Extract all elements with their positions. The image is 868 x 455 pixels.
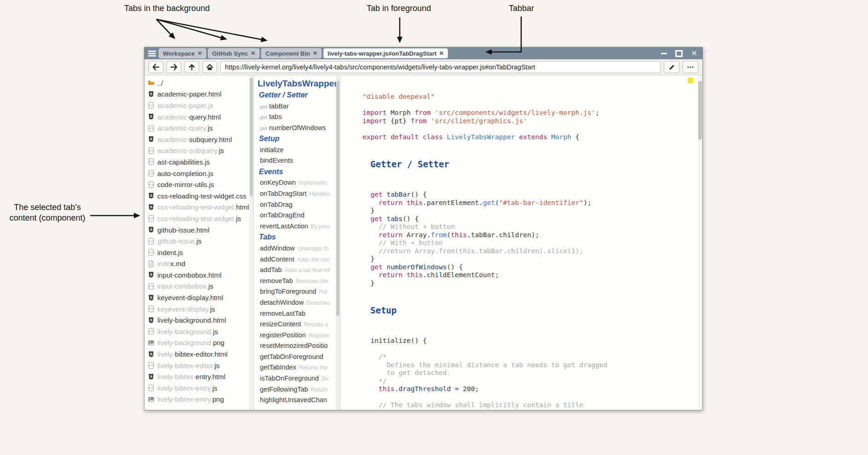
outline-section-heading[interactable]: Events bbox=[254, 166, 336, 178]
outline-item-onKeyDown[interactable]: onKeyDownImplements bbox=[254, 177, 336, 188]
tab-bar[interactable]: Workspace✕GitHub Sync✕Component Bin✕live… bbox=[144, 47, 702, 59]
outline-item-resetMemoziredPositio[interactable]: resetMemoziredPositio bbox=[254, 341, 336, 352]
outline-section-heading[interactable]: Tabs bbox=[254, 232, 336, 243]
code-panel[interactable]: "disable deepeval"import Morph from 'src… bbox=[340, 75, 702, 410]
html5-file-icon: 5 bbox=[148, 351, 155, 358]
file-row[interactable]: 5academic-query.html bbox=[144, 111, 249, 123]
outline-item-getTabIndex[interactable]: getTabIndexReturns the bbox=[254, 362, 336, 373]
file-row[interactable]: </>academic-subquery.js bbox=[144, 145, 249, 157]
outline-item-tabs[interactable]: gettabs bbox=[254, 112, 336, 123]
js-file-icon: </> bbox=[148, 170, 155, 177]
file-row[interactable]: 5academic-paper.html bbox=[144, 89, 249, 100]
outline-item-addTab[interactable]: addTabAdds a tab that ref bbox=[254, 265, 336, 276]
outline-item-bindEvents[interactable]: bindEvents bbox=[254, 155, 336, 166]
file-row[interactable]: </>auto-completion.js bbox=[144, 168, 249, 179]
file-row[interactable]: </>keyevent-display.js bbox=[144, 303, 249, 315]
file-row[interactable]: </>indent.js bbox=[144, 247, 249, 258]
code-scroll-area[interactable]: "disable deepeval"import Morph from 'src… bbox=[340, 75, 698, 410]
file-row[interactable]: </>ast-capabilities.js bbox=[144, 156, 249, 168]
file-row[interactable]: </>input-combobox.js bbox=[144, 281, 249, 292]
file-row[interactable]: </>academic-paper.js bbox=[144, 100, 249, 111]
file-row[interactable]: ../ bbox=[144, 77, 249, 89]
outline-item-getTabOnForeground[interactable]: getTabOnForeground bbox=[254, 352, 336, 363]
outline-item-revertLastAction[interactable]: revertLastActionBy pres bbox=[254, 221, 336, 232]
outline-item-onTabDragStart[interactable]: onTabDragStartHandles bbox=[254, 188, 336, 199]
file-row[interactable]: 5academic-subquery.html bbox=[144, 134, 249, 145]
tab-close-icon[interactable]: ✕ bbox=[313, 50, 317, 57]
outline-item-detachWindow[interactable]: detachWindowDetaches bbox=[254, 297, 336, 308]
tab-close-icon[interactable]: ✕ bbox=[439, 50, 444, 57]
hamburger-menu-icon[interactable] bbox=[148, 51, 156, 57]
outline-item-numberOfWindows[interactable]: getnumberOfWindows bbox=[254, 123, 336, 134]
image-file-icon bbox=[148, 396, 155, 403]
file-list-scrollbar-thumb[interactable] bbox=[250, 78, 253, 196]
outline-item-onTabDrag[interactable]: onTabDrag bbox=[254, 199, 336, 210]
arrow-background-tab-2 bbox=[156, 19, 226, 39]
outline-item-resizeContent[interactable]: resizeContentResizes a bbox=[254, 319, 336, 330]
outline-item-initialize[interactable]: initialize bbox=[254, 145, 336, 156]
outline-item-onTabDragEnd[interactable]: onTabDragEnd bbox=[254, 210, 336, 221]
file-row[interactable]: lively-background.png bbox=[144, 337, 249, 349]
file-row[interactable]: </>lively-bibtex-editor.js bbox=[144, 360, 249, 371]
navigation-bar bbox=[144, 59, 702, 75]
file-row[interactable]: 5lively-background.html bbox=[144, 314, 249, 326]
outline-item-highlightUnsavedChan[interactable]: highlightUnsavedChan bbox=[254, 395, 336, 406]
window-maximize-button[interactable] bbox=[675, 50, 683, 57]
outline-panel[interactable]: LivelyTabsWrapperGetter / SettergettabBa… bbox=[254, 75, 340, 410]
file-row[interactable]: </>github-issue.js bbox=[144, 235, 249, 247]
tab-background-3[interactable]: Component Bin✕ bbox=[261, 48, 322, 58]
window-minimize-button[interactable] bbox=[660, 50, 667, 57]
outline-section-heading[interactable]: Setup bbox=[254, 133, 336, 145]
outline-item-isTabOnForeground[interactable]: isTabOnForegroundDe bbox=[254, 373, 336, 384]
nav-up-button[interactable] bbox=[184, 61, 199, 73]
outline-item-addWindow[interactable]: addWindowUnwrapps th bbox=[254, 243, 336, 254]
file-row[interactable]: 5keyevent-display.html bbox=[144, 292, 249, 303]
outline-item-getFollowingTab[interactable]: getFollowingTabReturn bbox=[254, 384, 336, 395]
file-row[interactable]: </>lively-bibtex-entry.js bbox=[144, 382, 249, 394]
js-file-icon: </> bbox=[148, 147, 155, 154]
file-row[interactable]: 5css-reloading-test-widget.html bbox=[144, 202, 249, 213]
tab-background-2[interactable]: GitHub Sync✕ bbox=[208, 48, 259, 58]
outline-section-heading[interactable]: Getter / Setter bbox=[254, 90, 336, 101]
file-row[interactable]: </>css-reloading-test-widget.js bbox=[144, 213, 249, 224]
outline-item-removeLastTab[interactable]: removeLastTab bbox=[254, 308, 336, 319]
file-name: academic-paper.html bbox=[157, 90, 221, 98]
file-row[interactable]: 5lively-bibtex-entry.html bbox=[144, 371, 249, 382]
outline-item-label: onTabDragStart bbox=[260, 190, 307, 197]
file-row[interactable]: lively-bibtex-entry.png bbox=[144, 394, 249, 405]
outline-item-tabBar[interactable]: gettabBar bbox=[254, 101, 336, 112]
nav-back-button[interactable] bbox=[149, 61, 163, 73]
more-button[interactable] bbox=[683, 61, 698, 73]
outline-item-bringToForeground[interactable]: bringToForegroundPut bbox=[254, 286, 336, 297]
outline-item-addContent[interactable]: addContentAdds the con bbox=[254, 254, 336, 265]
file-row[interactable]: </>code-mirror-utils.js bbox=[144, 179, 249, 190]
code-scrollbar[interactable] bbox=[698, 75, 702, 410]
outline-class-title[interactable]: LivelyTabsWrapper bbox=[254, 78, 336, 90]
file-list-scrollbar[interactable] bbox=[249, 75, 253, 410]
tab-close-icon[interactable]: ✕ bbox=[251, 50, 255, 57]
window-close-button[interactable]: ✕ bbox=[690, 50, 698, 57]
file-row[interactable]: </>academic-query.js bbox=[144, 122, 249, 134]
code-line: "disable deepeval" bbox=[362, 93, 698, 101]
nav-forward-button[interactable] bbox=[167, 61, 181, 73]
file-row[interactable]: 3css-reloading-test-widget.css bbox=[144, 190, 249, 202]
nav-home-button[interactable] bbox=[202, 61, 217, 73]
outline-item-removeTab[interactable]: removeTabRemoves the bbox=[254, 276, 336, 287]
tab-close-icon[interactable]: ✕ bbox=[197, 50, 202, 57]
file-row[interactable]: 5input-combobox.html bbox=[144, 269, 249, 281]
file-list-panel[interactable]: ../5academic-paper.html</>academic-paper… bbox=[144, 75, 254, 410]
svg-text:5: 5 bbox=[150, 92, 152, 96]
code-scrollbar-thumb[interactable] bbox=[698, 81, 702, 140]
file-row[interactable]: 5lively-bibtex-editor.html bbox=[144, 348, 249, 360]
edit-button[interactable] bbox=[664, 61, 679, 73]
file-row[interactable]: 5github-issue.html bbox=[144, 224, 249, 236]
file-row[interactable]: </>lively-background.js bbox=[144, 326, 249, 337]
outline-item-registerPosition[interactable]: registerPositionRegister bbox=[254, 330, 336, 341]
code-editor[interactable]: "disable deepeval"import Morph from 'src… bbox=[340, 75, 698, 410]
outline-scrollbar[interactable] bbox=[336, 75, 340, 410]
url-input[interactable] bbox=[220, 61, 661, 73]
outline-scrollbar-thumb[interactable] bbox=[336, 81, 339, 316]
tab-background-1[interactable]: Workspace✕ bbox=[159, 48, 206, 58]
file-row[interactable]: index.md bbox=[144, 258, 249, 270]
tab-foreground[interactable]: lively-tabs-wrapper.js#onTabDragStart✕ bbox=[323, 48, 448, 58]
